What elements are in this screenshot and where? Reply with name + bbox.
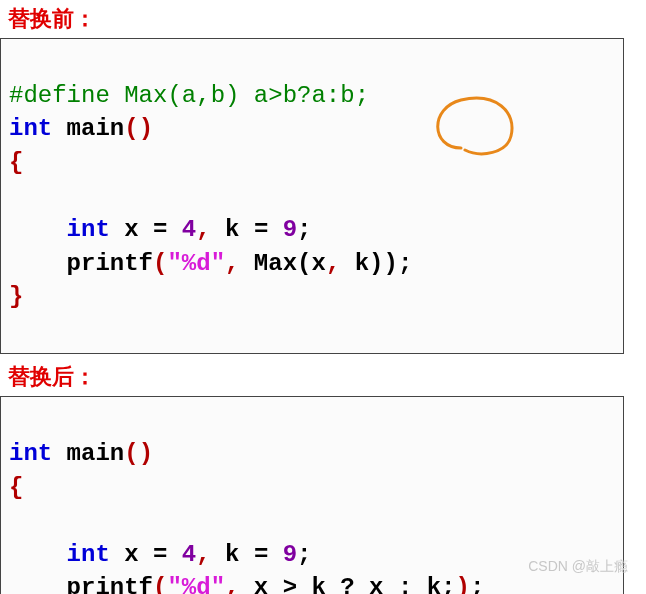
indent xyxy=(9,216,67,243)
semi-2: ; xyxy=(398,250,412,277)
var-k: k xyxy=(211,216,254,243)
circle-annotation-1 xyxy=(421,21,531,202)
comma-3: , xyxy=(326,250,340,277)
kw-int: int xyxy=(9,115,52,142)
semi-1: ; xyxy=(297,216,311,243)
indent-a2 xyxy=(9,574,67,594)
kw-int-2: int xyxy=(67,216,110,243)
var-x-a: x xyxy=(110,541,153,568)
num-9-a: 9 xyxy=(283,541,297,568)
comma-2-a: , xyxy=(225,574,239,594)
printf-call: printf xyxy=(67,250,153,277)
indent-a xyxy=(9,541,67,568)
var-k-a: k xyxy=(211,541,254,568)
rparen-a: ) xyxy=(456,574,470,594)
sp1-a xyxy=(167,541,181,568)
label-after: 替换后： xyxy=(0,358,646,396)
semi-2-a: ; xyxy=(470,574,484,594)
num-4: 4 xyxy=(182,216,196,243)
paren: () xyxy=(124,115,153,142)
kw-int-a: int xyxy=(9,440,52,467)
circle-annotation-2 xyxy=(496,517,591,594)
kw-int-a2: int xyxy=(67,541,110,568)
sp2 xyxy=(268,216,282,243)
inner-semi: ; xyxy=(441,574,455,594)
define-line: #define Max(a,b) a>b?a:b; xyxy=(9,82,369,109)
semi-1-a: ; xyxy=(297,541,311,568)
fmt-string-a: "%d" xyxy=(167,574,225,594)
printf-call-a: printf xyxy=(67,574,153,594)
comma-1: , xyxy=(196,216,210,243)
main-name-a: main xyxy=(52,440,124,467)
eq1: = xyxy=(153,216,167,243)
macro-call: Max(x xyxy=(239,250,325,277)
indent-2 xyxy=(9,250,67,277)
lparen-a: ( xyxy=(153,574,167,594)
main-name: main xyxy=(52,115,124,142)
label-before: 替换前： xyxy=(0,0,646,38)
lbrace: { xyxy=(9,149,23,176)
lbrace-a: { xyxy=(9,474,23,501)
var-x: x xyxy=(110,216,153,243)
code-block-before: #define Max(a,b) a>b?a:b; int main() { i… xyxy=(0,38,624,354)
eq2-a: = xyxy=(254,541,268,568)
paren-a: () xyxy=(124,440,153,467)
sp2-a xyxy=(268,541,282,568)
arg-2: k)) xyxy=(340,250,398,277)
eq2: = xyxy=(254,216,268,243)
lparen: ( xyxy=(153,250,167,277)
fmt-string: "%d" xyxy=(167,250,225,277)
comma-2: , xyxy=(225,250,239,277)
sp1 xyxy=(167,216,181,243)
comma-1-a: , xyxy=(196,541,210,568)
num-9: 9 xyxy=(283,216,297,243)
ternary-expr: x > k ? x : k xyxy=(239,574,441,594)
eq1-a: = xyxy=(153,541,167,568)
watermark: CSDN @敲上瘾 xyxy=(528,558,628,576)
rbrace: } xyxy=(9,283,23,310)
num-4-a: 4 xyxy=(182,541,196,568)
